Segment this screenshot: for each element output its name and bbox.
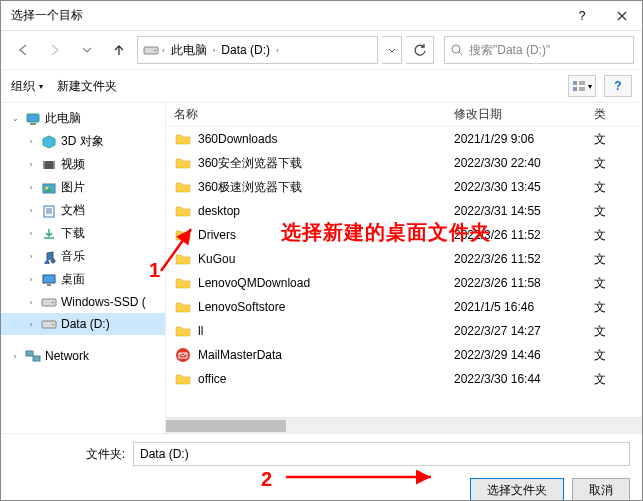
list-view-icon: [572, 80, 586, 92]
breadcrumb-history-button[interactable]: [382, 36, 402, 64]
table-row[interactable]: office2022/3/30 16:44文: [166, 367, 642, 391]
file-date: 2022/3/26 11:52: [454, 228, 594, 242]
tree-label: 桌面: [61, 271, 85, 288]
col-date[interactable]: 修改日期: [454, 106, 594, 123]
new-folder-button[interactable]: 新建文件夹: [57, 78, 117, 95]
file-name: ll: [198, 324, 454, 338]
expand-icon[interactable]: ›: [25, 252, 37, 261]
table-row[interactable]: LenovoQMDownload2022/3/26 11:58文: [166, 271, 642, 295]
organize-menu[interactable]: 组织 ▾: [11, 78, 43, 95]
table-row[interactable]: MailMasterData2022/3/29 14:46文: [166, 343, 642, 367]
tree-node-8[interactable]: ›Data (D:): [1, 313, 165, 335]
select-folder-button[interactable]: 选择文件夹: [470, 478, 564, 501]
col-name[interactable]: 名称: [174, 106, 454, 123]
breadcrumb[interactable]: › 此电脑 › Data (D:) ›: [137, 36, 378, 64]
folder-icon: [174, 226, 192, 244]
window-title: 选择一个目标: [11, 7, 83, 24]
view-mode-button[interactable]: ▾: [568, 75, 596, 97]
file-date: 2022/3/31 14:55: [454, 204, 594, 218]
file-name: KuGou: [198, 252, 454, 266]
table-row[interactable]: KuGou2022/3/26 11:52文: [166, 247, 642, 271]
file-date: 2022/3/26 11:52: [454, 252, 594, 266]
breadcrumb-drive[interactable]: Data (D:): [217, 41, 274, 59]
drive-icon: [142, 41, 160, 59]
svg-rect-1: [154, 50, 156, 51]
col-type[interactable]: 类: [594, 106, 624, 123]
svg-point-21: [176, 348, 190, 362]
collapse-icon[interactable]: ⌄: [9, 114, 21, 123]
tree-node-2[interactable]: ›图片: [1, 176, 165, 199]
file-type: 文: [594, 275, 624, 292]
table-row[interactable]: ll2022/3/27 14:27文: [166, 319, 642, 343]
tree-node-5[interactable]: ›音乐: [1, 245, 165, 268]
tree-node-0[interactable]: ›3D 对象: [1, 130, 165, 153]
file-date: 2022/3/30 22:40: [454, 156, 594, 170]
up-button[interactable]: [105, 36, 133, 64]
tree-node-4[interactable]: ›下载: [1, 222, 165, 245]
tree-label: 文档: [61, 202, 85, 219]
svg-rect-14: [47, 284, 51, 286]
file-name: MailMasterData: [198, 348, 454, 362]
file-type: 文: [594, 155, 624, 172]
file-name: 360Downloads: [198, 132, 454, 146]
file-type: 文: [594, 323, 624, 340]
tree-network[interactable]: › Network: [1, 345, 165, 367]
file-name: office: [198, 372, 454, 386]
breadcrumb-root[interactable]: 此电脑: [167, 40, 211, 61]
folder-label: 文件夹:: [13, 446, 125, 463]
svg-rect-20: [33, 356, 40, 361]
body: ⌄ 此电脑 ›3D 对象›视频›图片›文档›下载›音乐›桌面›Windows-S…: [1, 103, 642, 433]
table-row[interactable]: desktop2022/3/31 14:55文: [166, 199, 642, 223]
help-button[interactable]: ?: [562, 1, 602, 31]
expand-icon[interactable]: ›: [25, 160, 37, 169]
recent-button[interactable]: [73, 36, 101, 64]
expand-icon[interactable]: ›: [25, 298, 37, 307]
music-icon: [41, 249, 57, 265]
file-name: desktop: [198, 204, 454, 218]
tree-node-7[interactable]: ›Windows-SSD (: [1, 291, 165, 313]
forward-button[interactable]: [41, 36, 69, 64]
folder-name-input[interactable]: [133, 442, 630, 466]
help-toolbar-button[interactable]: ?: [604, 75, 632, 97]
list-body[interactable]: 360Downloads2021/1/29 9:06文360安全浏览器下载202…: [166, 127, 642, 417]
arrow-left-icon: [16, 43, 30, 57]
pictures-icon: [41, 180, 57, 196]
expand-icon[interactable]: ›: [25, 183, 37, 192]
footer: 文件夹: 选择文件夹 取消: [1, 433, 642, 501]
table-row[interactable]: 360Downloads2021/1/29 9:06文: [166, 127, 642, 151]
list-header[interactable]: 名称 修改日期 类: [166, 103, 642, 127]
expand-icon[interactable]: ›: [25, 229, 37, 238]
tree-node-3[interactable]: ›文档: [1, 199, 165, 222]
svg-rect-3: [573, 81, 577, 85]
file-name: 360极速浏览器下载: [198, 179, 454, 196]
table-row[interactable]: LenovoSoftstore2021/1/5 16:46文: [166, 295, 642, 319]
refresh-button[interactable]: [406, 36, 434, 64]
file-type: 文: [594, 251, 624, 268]
expand-icon[interactable]: ›: [9, 352, 21, 361]
table-row[interactable]: 360安全浏览器下载2022/3/30 22:40文: [166, 151, 642, 175]
close-button[interactable]: [602, 1, 642, 31]
arrow-up-icon: [112, 43, 126, 57]
expand-icon[interactable]: ›: [25, 137, 37, 146]
horizontal-scrollbar[interactable]: [166, 417, 642, 433]
chevron-right-icon: ›: [213, 46, 216, 55]
file-name: LenovoSoftstore: [198, 300, 454, 314]
expand-icon[interactable]: ›: [25, 206, 37, 215]
nav-tree[interactable]: ⌄ 此电脑 ›3D 对象›视频›图片›文档›下载›音乐›桌面›Windows-S…: [1, 103, 166, 433]
file-type: 文: [594, 227, 624, 244]
back-button[interactable]: [9, 36, 37, 64]
file-date: 2021/1/5 16:46: [454, 300, 594, 314]
cancel-button[interactable]: 取消: [572, 478, 630, 501]
folder-icon: [174, 322, 192, 340]
table-row[interactable]: 360极速浏览器下载2022/3/30 13:45文: [166, 175, 642, 199]
search-input[interactable]: 搜索"Data (D:)": [444, 36, 634, 64]
tree-this-pc[interactable]: ⌄ 此电脑: [1, 107, 165, 130]
tree-node-6[interactable]: ›桌面: [1, 268, 165, 291]
scrollbar-thumb[interactable]: [166, 420, 286, 432]
expand-icon[interactable]: ›: [25, 275, 37, 284]
folder-icon: [174, 202, 192, 220]
mail-icon: [174, 346, 192, 364]
expand-icon[interactable]: ›: [25, 320, 37, 329]
table-row[interactable]: Drivers2022/3/26 11:52文: [166, 223, 642, 247]
tree-node-1[interactable]: ›视频: [1, 153, 165, 176]
